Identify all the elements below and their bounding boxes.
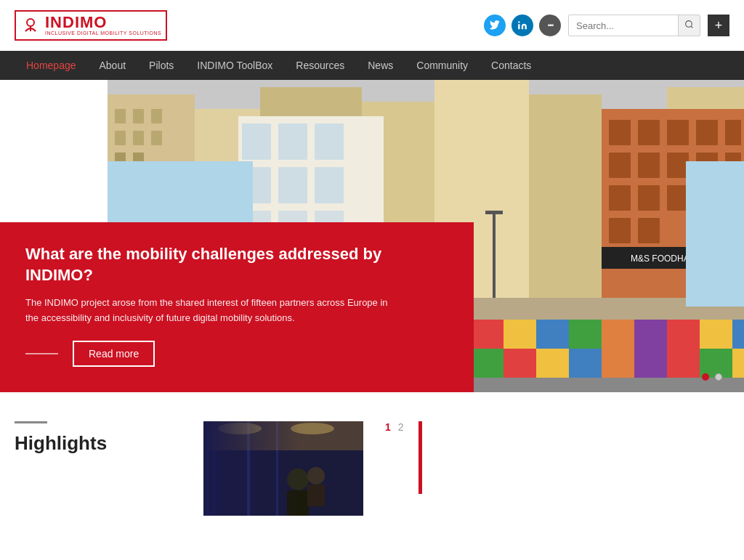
svg-rect-25 [278, 123, 307, 160]
nav-item-toolbox[interactable]: INDIMO ToolBox [185, 51, 284, 80]
svg-rect-79 [667, 349, 700, 378]
hero-divider [25, 353, 58, 354]
svg-rect-71 [700, 320, 732, 349]
more-social-icon[interactable]: ··· [539, 15, 561, 36]
transit-overlay [203, 421, 363, 516]
svg-point-1 [27, 19, 34, 26]
red-bar [418, 421, 422, 494]
svg-rect-73 [471, 349, 504, 378]
search-bar [568, 15, 700, 36]
svg-line-5 [691, 26, 692, 28]
header-right: ··· + [484, 15, 729, 36]
nav-item-homepage[interactable]: Homepage [15, 51, 88, 80]
site-header: INDIMO INCLUSIVE DIGITAL MOBILITY SOLUTI… [0, 0, 744, 51]
nav-item-pilots[interactable]: Pilots [137, 51, 185, 80]
highlights-right: 1 2 [203, 421, 729, 516]
svg-rect-26 [315, 123, 344, 160]
svg-rect-69 [634, 320, 667, 349]
page-num-1[interactable]: 1 [385, 421, 391, 433]
svg-rect-45 [638, 185, 660, 211]
highlights-title: Highlights [15, 432, 174, 455]
svg-rect-75 [536, 349, 569, 378]
hero-description: The INDIMO project arose from the shared… [25, 296, 389, 326]
hero-title: What are the mobility challenges address… [25, 244, 448, 285]
svg-rect-36 [667, 120, 689, 145]
svg-rect-17 [151, 109, 162, 123]
nav-item-community[interactable]: Community [405, 51, 480, 80]
nav-item-about[interactable]: About [88, 51, 138, 80]
svg-rect-44 [609, 185, 631, 211]
svg-rect-20 [151, 131, 162, 145]
svg-rect-15 [115, 109, 126, 123]
svg-rect-38 [725, 120, 741, 145]
linkedin-icon[interactable] [512, 15, 533, 36]
nav-item-resources[interactable]: Resources [284, 51, 356, 80]
social-icons: ··· [484, 15, 561, 36]
svg-rect-74 [504, 349, 536, 378]
highlights-divider [15, 421, 47, 423]
svg-point-4 [686, 21, 692, 28]
svg-rect-84 [493, 211, 496, 298]
slide-dot-2[interactable] [715, 373, 722, 381]
svg-rect-66 [536, 320, 569, 349]
search-button[interactable] [678, 15, 700, 36]
svg-rect-67 [569, 320, 602, 349]
navbar: Homepage About Pilots INDIMO ToolBox Res… [0, 51, 744, 80]
svg-rect-77 [602, 349, 634, 378]
svg-rect-16 [133, 109, 144, 123]
svg-rect-34 [609, 120, 631, 145]
svg-rect-70 [667, 320, 700, 349]
logo-text: INDIMO INCLUSIVE DIGITAL MOBILITY SOLUTI… [45, 15, 161, 36]
svg-rect-37 [696, 120, 718, 145]
logo-sub-text: INCLUSIVE DIGITAL MOBILITY SOLUTIONS [45, 31, 161, 36]
svg-rect-47 [609, 218, 631, 243]
svg-rect-68 [602, 320, 634, 349]
twitter-icon[interactable] [484, 15, 506, 36]
svg-rect-40 [638, 153, 660, 178]
logo-icon [20, 15, 41, 36]
nav-item-contacts[interactable]: Contacts [480, 51, 543, 80]
logo-box: INDIMO INCLUSIVE DIGITAL MOBILITY SOLUTI… [15, 10, 167, 41]
svg-rect-76 [569, 349, 602, 378]
nav-list: Homepage About Pilots INDIMO ToolBox Res… [15, 51, 543, 80]
svg-rect-24 [242, 123, 271, 160]
svg-rect-29 [315, 167, 344, 203]
logo-main-text: INDIMO [45, 15, 161, 31]
read-more-button[interactable]: Read more [73, 341, 155, 367]
svg-rect-19 [133, 131, 144, 145]
highlights-section: Highlights [0, 392, 744, 530]
hero-section: M&S FOODHALL What are the mobility chall… [0, 80, 744, 392]
transit-image [203, 421, 363, 516]
svg-rect-78 [634, 349, 667, 378]
svg-rect-85 [485, 211, 503, 214]
svg-rect-48 [638, 218, 660, 243]
highlights-left: Highlights [15, 421, 174, 455]
slider-dots [702, 373, 722, 381]
slide-dot-1[interactable] [702, 373, 709, 381]
svg-rect-81 [732, 349, 744, 378]
logo-area[interactable]: INDIMO INCLUSIVE DIGITAL MOBILITY SOLUTI… [15, 10, 167, 41]
svg-rect-64 [471, 320, 504, 349]
svg-rect-28 [278, 167, 307, 203]
svg-rect-18 [115, 131, 126, 145]
svg-rect-72 [732, 320, 744, 349]
pagination: 1 2 [385, 421, 404, 433]
nav-item-news[interactable]: News [356, 51, 405, 80]
page-num-2[interactable]: 2 [398, 421, 404, 433]
hero-actions: Read more [25, 341, 448, 367]
svg-point-3 [518, 21, 519, 23]
plus-button[interactable]: + [708, 15, 729, 36]
svg-rect-65 [504, 320, 536, 349]
svg-rect-39 [609, 153, 631, 178]
svg-rect-12 [529, 94, 602, 312]
search-input[interactable] [569, 16, 678, 36]
hero-blue-panel-right [686, 161, 744, 307]
svg-rect-35 [638, 120, 660, 145]
hero-content-box: What are the mobility challenges address… [0, 222, 474, 392]
